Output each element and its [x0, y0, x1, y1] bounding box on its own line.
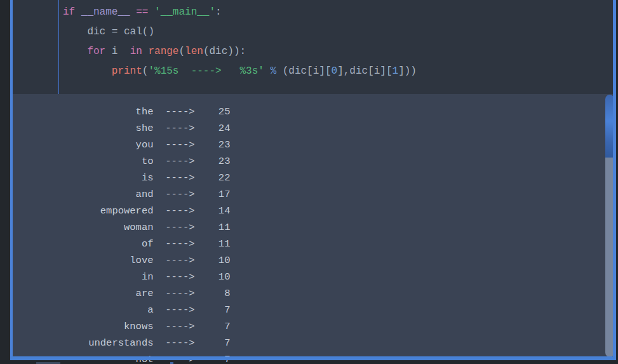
- code-token-builtin: range: [148, 46, 178, 57]
- code-token-string: '%15s ----> %3s': [148, 65, 264, 77]
- code-token-plain: [130, 6, 137, 18]
- run-console-pane[interactable]: the ----> 25 she ----> 24 you ----> 23 t…: [11, 94, 615, 360]
- code-line: print('%15s ----> %3s' % (dic[i][0],dic[…: [63, 62, 417, 81]
- code-token-plain: (dic)):: [203, 46, 246, 57]
- code-token-keyword: ==: [136, 6, 148, 18]
- code-token-plain: [63, 46, 87, 57]
- code-editor-pane[interactable]: if __name__ == '__main__': dic = cal() f…: [11, 0, 615, 94]
- code-token-plain: (dic[i][: [276, 65, 331, 77]
- annotation-border-bottom: [10, 356, 615, 360]
- code-token-operator: %: [270, 65, 276, 77]
- annotation-border-right: [613, 0, 616, 360]
- ide-window: if __name__ == '__main__': dic = cal() f…: [0, 0, 618, 364]
- code-token-string: '__main__': [154, 6, 215, 18]
- code-line: for i in range(len(dic)):: [63, 42, 417, 62]
- code-token-plain: (: [178, 46, 185, 57]
- code-line: dic = cal(): [63, 22, 417, 42]
- code-token-plain: [63, 65, 112, 77]
- desktop-background-strip: [0, 0, 11, 364]
- gutter-separator: [58, 0, 59, 94]
- code-token-builtin: len: [185, 46, 203, 57]
- code-token-plain: (: [142, 65, 149, 77]
- code-line: if __name__ == '__main__':: [63, 3, 417, 22]
- code-token-plain: ],dic[i][: [337, 65, 392, 77]
- code-token-plain: dic = cal(): [63, 26, 154, 37]
- code-token-plain: :: [215, 6, 222, 18]
- code-block[interactable]: if __name__ == '__main__': dic = cal() f…: [63, 3, 417, 81]
- code-token-builtin: print: [112, 65, 142, 77]
- annotation-border-left: [10, 0, 13, 360]
- code-token-plain: ])): [398, 65, 417, 77]
- code-token-plain: [75, 6, 81, 18]
- code-token-plain: [142, 46, 149, 57]
- code-token-keyword: if: [63, 6, 75, 18]
- code-token-number: 1: [393, 65, 399, 77]
- console-text: the ----> 25 she ----> 24 you ----> 23 t…: [65, 104, 230, 364]
- ide-panes: if __name__ == '__main__': dic = cal() f…: [11, 0, 615, 360]
- code-token-plain: [148, 6, 154, 18]
- code-token-number: 0: [332, 65, 338, 77]
- code-token-keyword: in: [130, 46, 142, 57]
- code-token-plain: i: [105, 46, 130, 57]
- code-token-dunder: __name__: [81, 6, 130, 18]
- code-token-keyword: for: [87, 46, 105, 57]
